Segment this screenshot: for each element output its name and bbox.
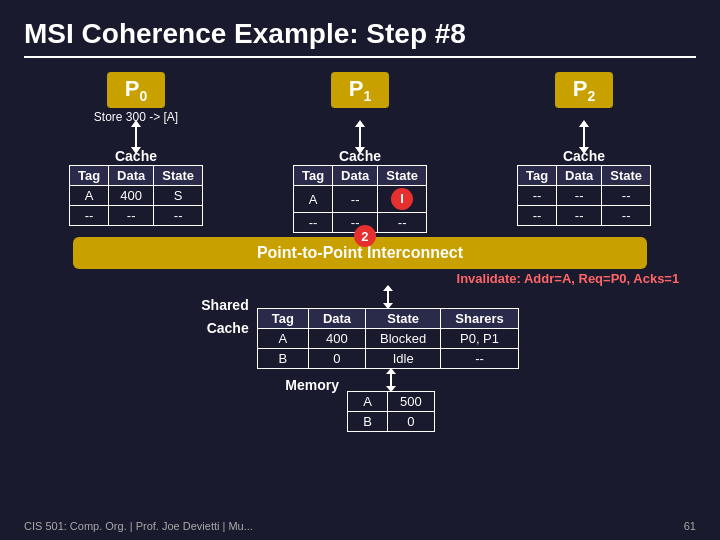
p2-arrow	[583, 126, 585, 148]
p2-r0-tag: --	[517, 186, 556, 206]
sc-r0-sharers: P0, P1	[441, 329, 518, 349]
memory-table: A 500 B 0	[347, 391, 435, 432]
sc-r1-tag: B	[257, 349, 308, 369]
sc-r1-state: Idle	[366, 349, 441, 369]
p0-r1-tag: --	[69, 206, 108, 226]
p1-label: P1	[331, 72, 389, 108]
slide: MSI Coherence Example: Step #8 P0 Store …	[0, 0, 720, 540]
footer-right: 61	[684, 520, 696, 532]
mem-r0-addr: A	[347, 392, 387, 412]
p1-cache: Cache Tag Data State A --	[293, 148, 427, 233]
interconnect-row: 2 Point-to-Point Interconnect	[41, 237, 679, 269]
invalidate-message: Invalidate: Addr=A, Req=P0, Acks=1	[41, 271, 679, 286]
interconnect-label: Point-to-Point Interconnect	[257, 244, 463, 261]
main-content: P0 Store 300 -> [A] Cache Tag Data State	[24, 72, 696, 432]
p2-r0-data: --	[557, 186, 602, 206]
sc-r0-state: Blocked	[366, 329, 441, 349]
memory-row: Memory A 500 B 0	[24, 373, 696, 432]
shared-cache-row: SharedCache Tag Data State Sharers	[24, 290, 696, 369]
mem-r1-val: 0	[387, 412, 434, 432]
memory-section: A 500 B 0	[347, 373, 435, 432]
table-row: -- -- --	[517, 186, 650, 206]
p0-cache-table: Tag Data State A 400 S	[69, 165, 203, 226]
p0-label: P0	[107, 72, 165, 108]
p0-col-data: Data	[109, 166, 154, 186]
footer-left: CIS 501: Comp. Org. | Prof. Joe Devietti…	[24, 520, 253, 532]
table-row: A 400 S	[69, 186, 202, 206]
table-row: -- -- --	[517, 206, 650, 226]
p2-r1-data: --	[557, 206, 602, 226]
p1-r0-data: --	[333, 186, 378, 213]
table-row: B 0	[347, 412, 434, 432]
p1-r0-state: I	[378, 186, 427, 213]
memory-arrow	[390, 373, 392, 387]
p1-col-state: State	[378, 166, 427, 186]
table-row: B 0 Idle --	[257, 349, 518, 369]
p2-col-tag: Tag	[517, 166, 556, 186]
p0-col-state: State	[154, 166, 203, 186]
table-row: A 500	[347, 392, 434, 412]
shared-cache-section: Tag Data State Sharers A 400 Blocked P0,…	[257, 290, 519, 369]
p1-r0-tag: A	[293, 186, 332, 213]
table-row: -- -- --	[69, 206, 202, 226]
p0-cache: Cache Tag Data State A 40	[69, 148, 203, 226]
p1-col-data: Data	[333, 166, 378, 186]
shared-cache-table: Tag Data State Sharers A 400 Blocked P0,…	[257, 308, 519, 369]
sc-r1-sharers: --	[441, 349, 518, 369]
processor-p1: P1 Cache Tag Data State	[260, 72, 460, 233]
p2-col-data: Data	[557, 166, 602, 186]
memory-label: Memory	[285, 373, 339, 393]
sc-col-data: Data	[308, 309, 365, 329]
p0-col-tag: Tag	[69, 166, 108, 186]
sc-r0-data: 400	[308, 329, 365, 349]
p1-r1-state: --	[378, 213, 427, 233]
processor-p0: P0 Store 300 -> [A] Cache Tag Data State	[36, 72, 236, 233]
p1-arrow	[359, 126, 361, 148]
processors-row: P0 Store 300 -> [A] Cache Tag Data State	[24, 72, 696, 233]
table-row: A 400 Blocked P0, P1	[257, 329, 518, 349]
p2-label: P2	[555, 72, 613, 108]
state-highlight-i: I	[391, 188, 413, 210]
p2-r1-state: --	[602, 206, 651, 226]
p0-r0-data: 400	[109, 186, 154, 206]
p1-r1-tag: --	[293, 213, 332, 233]
interconnect-bar: 2 Point-to-Point Interconnect	[73, 237, 648, 269]
mem-r0-val: 500	[387, 392, 434, 412]
p0-r0-tag: A	[69, 186, 108, 206]
p2-cache-table: Tag Data State -- -- --	[517, 165, 651, 226]
p2-col-state: State	[602, 166, 651, 186]
p0-r1-data: --	[109, 206, 154, 226]
table-row: A -- I	[293, 186, 426, 213]
p2-r0-state: --	[602, 186, 651, 206]
p1-col-tag: Tag	[293, 166, 332, 186]
sc-r0-tag: A	[257, 329, 308, 349]
processor-p2: P2 Cache Tag Data State	[484, 72, 684, 233]
p0-r0-state: S	[154, 186, 203, 206]
p0-r1-state: --	[154, 206, 203, 226]
slide-title: MSI Coherence Example: Step #8	[24, 18, 696, 58]
p2-r1-tag: --	[517, 206, 556, 226]
sc-col-state: State	[366, 309, 441, 329]
p1-cache-table: Tag Data State A -- I	[293, 165, 427, 233]
shared-cache-arrow	[387, 290, 389, 304]
p0-arrow	[135, 126, 137, 148]
shared-cache-label: SharedCache	[201, 290, 248, 339]
footer: CIS 501: Comp. Org. | Prof. Joe Devietti…	[0, 520, 720, 532]
sc-col-sharers: Sharers	[441, 309, 518, 329]
sc-r1-data: 0	[308, 349, 365, 369]
p2-cache: Cache Tag Data State -- -	[517, 148, 651, 226]
mem-r1-addr: B	[347, 412, 387, 432]
sc-col-tag: Tag	[257, 309, 308, 329]
